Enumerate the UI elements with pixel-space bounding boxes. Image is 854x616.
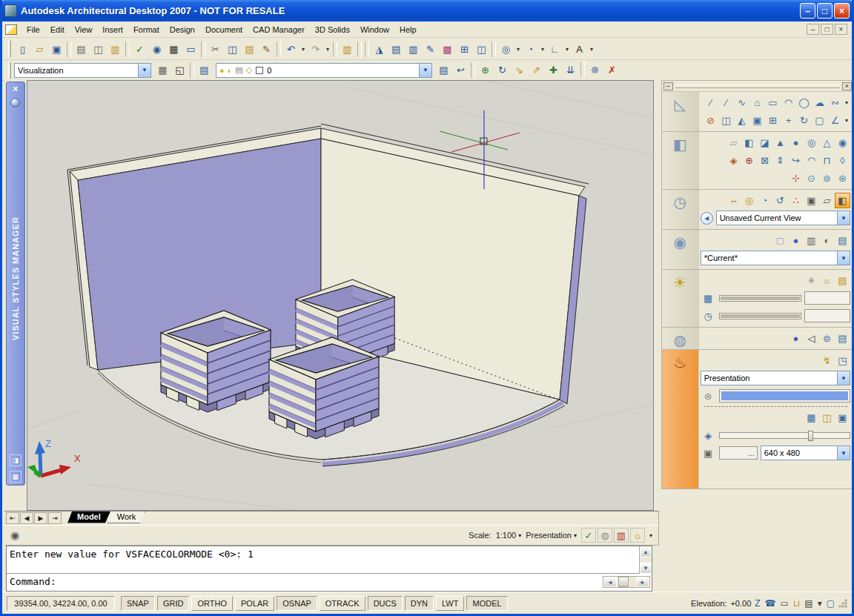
ducs-toggle[interactable]: DUCS — [368, 596, 403, 611]
resolution-combo[interactable]: 640 x 480 ▼ — [761, 446, 850, 460]
cone-icon[interactable]: ▲ — [772, 135, 788, 150]
command-window[interactable]: Enter new value for VSFACECOLORMODE <0>:… — [6, 546, 652, 592]
pyramid-icon[interactable]: △ — [819, 135, 835, 150]
scroll-left-icon[interactable]: ◀ — [603, 577, 617, 587]
workspace-combo[interactable]: Visualization ▼ — [14, 63, 151, 78]
rotate-icon[interactable]: ↻ — [796, 113, 812, 128]
dbconnect-icon[interactable]: ▥ — [339, 41, 356, 58]
grid-toggle[interactable]: GRID — [157, 596, 190, 611]
perspective-projection-icon[interactable]: ◧ — [835, 193, 850, 208]
tab-prev-button[interactable]: ◀ — [20, 512, 33, 524]
line-icon[interactable]: ∕ — [703, 95, 718, 110]
text-style-icon[interactable]: A — [571, 41, 588, 58]
workspace-settings-icon[interactable]: ▦ — [154, 62, 171, 79]
layer-delete-icon[interactable]: ✗ — [603, 62, 620, 79]
command-vscrollbar[interactable]: ▲ ▼ — [639, 546, 652, 574]
open-icon[interactable]: ▱ — [31, 41, 48, 58]
ucs-flyout-icon[interactable]: ▾ — [563, 41, 571, 58]
column-display-icon[interactable]: ▥ — [614, 528, 629, 543]
sun-time-field[interactable] — [804, 309, 850, 322]
render-icon[interactable]: ↯ — [819, 353, 835, 368]
layer-on-icon[interactable]: ● — [219, 66, 225, 75]
ucs-icon[interactable]: ∟ — [546, 41, 563, 58]
find-icon[interactable]: ◉ — [148, 41, 165, 58]
drawing-window-icon[interactable]: ◫ — [473, 41, 490, 58]
view-select-icon[interactable]: ▭ — [182, 41, 199, 58]
mirror-icon[interactable]: ◭ — [734, 113, 749, 128]
edge-mesh-icon[interactable]: ⊕ — [741, 153, 757, 168]
clean-screen-icon[interactable]: ▢ — [827, 598, 835, 609]
3d-navigate-panel-icon[interactable]: ◷ — [673, 193, 686, 229]
command-hscrollbar[interactable]: ◀ ▶ — [603, 576, 650, 588]
slice-icon[interactable]: ◊ — [835, 153, 850, 168]
cylinder-icon[interactable]: ◎ — [804, 135, 819, 150]
orbit-flyout-icon[interactable]: ▾ — [539, 41, 546, 58]
browse-button[interactable]: ... — [748, 449, 754, 457]
layer-states-icon[interactable]: ▤ — [435, 62, 452, 79]
swivel-icon[interactable]: ↺ — [772, 193, 788, 208]
layer-freeze-icon[interactable]: ◐ — [228, 66, 233, 75]
tray-minimize-icon[interactable]: ▭ — [781, 598, 789, 609]
display-config-dropdown[interactable]: Presentation▾ — [526, 531, 577, 540]
tray-settings-icon[interactable]: ▤ — [804, 598, 812, 609]
layer-color-swatch[interactable] — [256, 67, 263, 74]
toolbar-button[interactable] — [201, 42, 205, 57]
mdi-restore-button[interactable]: □ — [821, 24, 833, 35]
menu-format[interactable]: Format — [128, 23, 165, 36]
chevron-down-icon[interactable]: ▼ — [837, 251, 850, 265]
spline-icon[interactable]: ∾ — [827, 95, 843, 110]
status-overflow-arrow-icon[interactable]: ▾ — [649, 532, 652, 539]
visual-style-combo[interactable]: *Current* ▼ — [701, 251, 850, 265]
select-icon[interactable]: ▢ — [812, 113, 827, 128]
shadow-icon[interactable]: ◐ — [819, 233, 835, 248]
3d-move-icon[interactable]: ⊹ — [788, 170, 804, 186]
output-file-field[interactable]: ... — [719, 446, 758, 460]
polyline-icon[interactable]: ∿ — [734, 95, 749, 110]
subtract-icon[interactable]: ⊚ — [819, 170, 835, 186]
coordinate-readout[interactable]: 39354.00, 34224.00, 0.00 — [7, 596, 115, 611]
wedge-icon[interactable]: ◪ — [757, 135, 772, 150]
minimize-button[interactable]: – — [800, 3, 815, 19]
lwt-toggle[interactable]: LWT — [436, 596, 464, 611]
polar-toggle[interactable]: POLAR — [235, 596, 274, 611]
flyout-arrow-icon[interactable]: ▾ — [843, 99, 850, 106]
palette-menu-icon[interactable]: ▦ — [10, 471, 21, 483]
array-icon[interactable]: ⊞ — [765, 113, 781, 128]
toolbar-button[interactable] — [365, 42, 369, 57]
revision-cloud-icon[interactable]: ☁ — [812, 95, 827, 110]
palette-properties-icon[interactable]: ◨ — [10, 454, 21, 466]
realistic-style-icon[interactable]: ● — [788, 233, 804, 248]
toolbar-button[interactable] — [357, 42, 362, 57]
toolbar-grip[interactable] — [8, 41, 11, 57]
tab-work[interactable]: Work — [107, 511, 145, 523]
tab-model[interactable]: Model — [67, 511, 110, 523]
menu-file[interactable]: File — [21, 23, 45, 36]
arc-icon[interactable]: ◠ — [781, 95, 796, 110]
mdi-close-button[interactable]: × — [835, 24, 847, 35]
text-flyout-icon[interactable]: ▾ — [588, 41, 595, 58]
copy-icon[interactable]: ◫ — [224, 41, 241, 58]
drawing-status-toggle-icon[interactable]: ◉ — [10, 529, 19, 541]
revolve-icon[interactable]: ◠ — [804, 153, 819, 168]
copy-object-icon[interactable]: ◫ — [718, 113, 734, 128]
layer-properties-icon[interactable]: ▤ — [196, 62, 213, 79]
spotlight-icon[interactable]: ☼ — [819, 273, 835, 288]
layer-previous-icon[interactable]: ↩ — [452, 62, 469, 79]
make-object-layer-current-icon[interactable]: ⊕ — [477, 62, 494, 79]
drawing-viewport[interactable]: Z X — [27, 80, 654, 511]
mdi-minimize-button[interactable]: – — [807, 24, 819, 35]
toolbar-button[interactable] — [333, 42, 337, 57]
sphere-icon[interactable]: ● — [788, 135, 804, 150]
annotation-tool-icon[interactable]: ✓ — [581, 528, 596, 543]
otrack-toggle[interactable]: OTRACK — [320, 596, 365, 611]
tab-next-button[interactable]: ▶ — [34, 512, 47, 524]
command-input[interactable]: Command: ◀ ▶ — [7, 574, 652, 590]
cut-icon[interactable]: ✂ — [207, 41, 224, 58]
move-icon[interactable]: + — [781, 113, 796, 128]
menu-view[interactable]: View — [70, 23, 98, 36]
dyn-toggle[interactable]: DYN — [405, 596, 434, 611]
menu-insert[interactable]: Insert — [97, 23, 128, 36]
sun-date-slider[interactable] — [719, 295, 801, 302]
render-quality-slider[interactable] — [719, 432, 850, 439]
layer-freeze-icon[interactable]: ⇘ — [511, 62, 528, 79]
